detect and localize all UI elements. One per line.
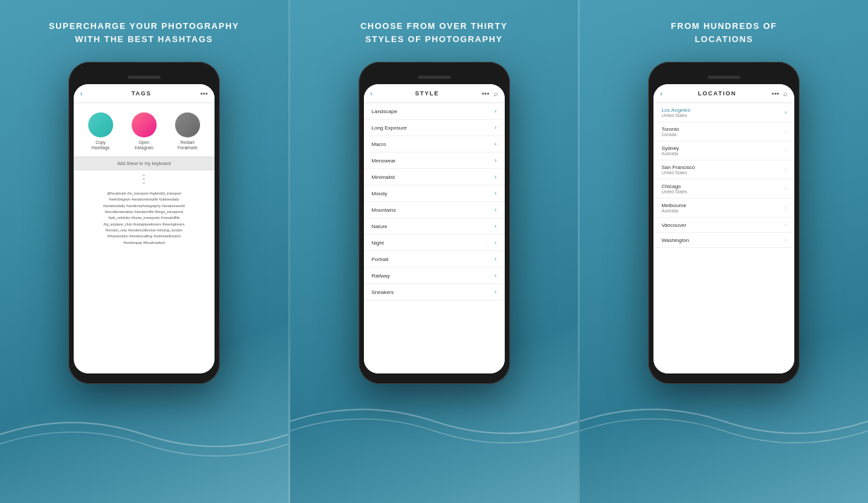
chevron-right-icon: › [495,174,497,180]
location-city: Los Angeles [661,107,690,113]
location-text: Melbourne Australia [661,203,686,213]
search-icon[interactable]: ⌕ [494,89,498,97]
style-list-item[interactable]: Mountains› [364,202,505,218]
location-list-item[interactable]: Melbourne Australia › [653,199,794,218]
style-item-label: Railway [372,273,390,279]
chevron-right-icon: › [784,237,786,243]
style-list-item[interactable]: Nature› [364,218,505,235]
chevron-right-icon: › [784,109,786,116]
restart-icon-circle [175,112,200,137]
phone-mockup-3: ‹ LOCATION ••• ⌕ Los Angeles United Stat… [648,62,800,384]
copy-label: Copy Hashtags [91,140,109,151]
style-list-item[interactable]: Menswear› [364,153,505,169]
location-list-item[interactable]: Vancouver › [653,218,794,233]
open-instagram-button[interactable]: Open Instagram [132,112,157,151]
location-text: San Francisco United States [661,164,695,175]
instagram-icon-circle [132,112,157,137]
chevron-right-icon: › [495,124,497,131]
location-text: Sydney Australia [661,145,679,156]
back-icon[interactable]: ‹ [80,89,83,97]
phone-speaker-3 [707,76,740,79]
style-item-label: Landscape [372,108,397,114]
style-item-label: Macro [372,141,386,147]
style-item-label: Mountains [372,207,396,213]
style-screen-header: ‹ STYLE ••• ⌕ [364,84,505,103]
style-list-item[interactable]: Long Exposure› [364,120,505,136]
location-list-item[interactable]: Chicago United States › [653,180,794,199]
location-city: Chicago [661,183,687,189]
dots-decoration [74,170,215,188]
style-list-item[interactable]: Night› [364,235,505,251]
location-text: Vancouver [661,222,686,228]
location-country: United States [661,170,695,175]
location-text: Toronto Canada [661,126,679,137]
more-icon-2[interactable]: ••• [482,89,490,97]
location-country: Australia [661,151,679,156]
location-list-item[interactable]: Los Angeles United States › [653,103,794,122]
instagram-label: Open Instagram [134,140,153,151]
style-item-label: Sneakers [372,289,394,295]
phone-speaker-1 [128,76,161,79]
copy-hashtags-button[interactable]: Copy Hashtags [88,112,113,151]
style-list-item[interactable]: Landscape› [364,103,505,120]
panel2-title: CHOOSE FROM OVER THIRTY STYLES OF PHOTOG… [361,20,508,45]
style-item-label: Night [372,240,384,246]
style-list-item[interactable]: Macro› [364,136,505,153]
more-icon-3[interactable]: ••• [772,89,780,97]
location-list-item[interactable]: San Francisco United States › [653,160,794,180]
more-icon[interactable]: ••• [200,89,208,97]
location-list-item[interactable]: Washington › [653,233,794,248]
keyboard-label: Add these to my keyboard [117,161,170,166]
chevron-right-icon: › [495,256,497,262]
chevron-right-icon: › [495,206,497,213]
location-list-item[interactable]: Sydney Australia › [653,141,794,160]
chevron-right-icon: › [495,289,497,295]
hashtags-text: @focalmark #tv_transport #splendid_trans… [74,188,215,249]
location-text: Los Angeles United States [661,107,690,118]
wave-decoration-2 [290,393,578,450]
style-screen-title: STYLE [415,90,440,97]
panel-location: FROM HUNDREDS OF LOCATIONS ‹ LOCATION ••… [580,0,868,503]
restart-button[interactable]: Restart Focalmark [175,112,200,151]
style-item-label: Menswear [372,158,396,164]
location-country: Australia [661,208,686,213]
phone-speaker-2 [418,76,451,79]
chevron-right-icon: › [495,157,497,164]
style-item-label: Minimalist [372,174,396,180]
location-list-item[interactable]: Toronto Canada › [653,122,794,141]
panel-tags: SUPERCHARGE YOUR PHOTOGRAPHY WITH THE BE… [0,0,288,503]
chevron-right-icon: › [495,272,497,279]
location-city: San Francisco [661,164,695,170]
chevron-right-icon: › [495,190,497,197]
location-text: Chicago United States [661,183,687,194]
chevron-right-icon: › [784,166,786,173]
back-icon-2[interactable]: ‹ [370,89,373,97]
wave-decoration-1 [0,406,288,464]
location-country: United States [661,113,690,118]
chevron-right-icon: › [495,223,497,229]
location-list: Los Angeles United States › Toronto Cana… [653,103,794,373]
location-screen-header: ‹ LOCATION ••• ⌕ [653,84,794,103]
chevron-right-icon: › [495,108,497,114]
restart-label: Restart Focalmark [178,140,197,151]
phone-notch-3 [653,71,794,83]
style-list-item[interactable]: Railway› [364,268,505,284]
style-list-item[interactable]: Sneakers› [364,284,505,300]
location-city: Vancouver [661,222,686,228]
back-icon-3[interactable]: ‹ [660,89,663,97]
panel3-title: FROM HUNDREDS OF LOCATIONS [671,20,777,45]
phone-screen-2: ‹ STYLE ••• ⌕ Landscape›Long Exposure›Ma… [364,84,505,373]
location-city: Toronto [661,126,679,132]
style-list-item[interactable]: Moody› [364,185,505,202]
style-list-item[interactable]: Minimalist› [364,169,505,185]
chevron-right-icon: › [784,222,786,228]
style-item-label: Portrait [372,256,389,262]
location-screen-title: LOCATION [698,90,736,97]
location-header-icons: ••• ⌕ [772,89,788,97]
style-list-item[interactable]: Portrait› [364,251,505,268]
search-icon-3[interactable]: ⌕ [783,89,788,97]
keyboard-row[interactable]: Add these to my keyboard [74,156,215,170]
chevron-right-icon: › [784,128,786,135]
location-text: Washington [661,237,689,243]
phone-screen-1: ‹ TAGS ••• Copy Hashtags Open Instagram … [74,84,215,373]
